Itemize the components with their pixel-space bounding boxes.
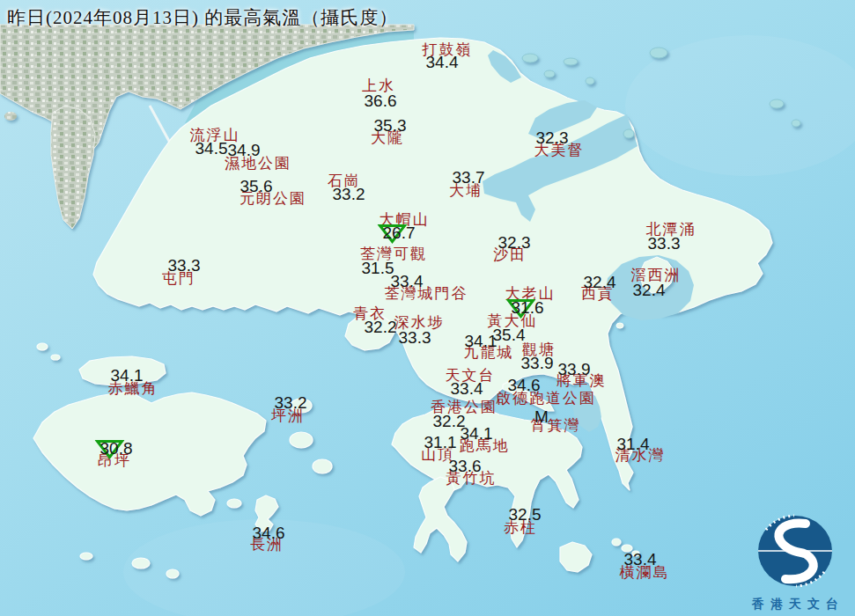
station-value-text: 33.4 [391, 272, 424, 290]
stations-layer: 打鼓嶺 34.4 上水 36.6 大隴 35.3 大美督 [0, 0, 855, 616]
station-value: 35.3 [374, 117, 407, 134]
station-value: 33.6 [449, 458, 482, 474]
station-value: 33.3 [648, 235, 681, 252]
station-value: 33.4 [451, 380, 483, 397]
station-value: 26.7 [383, 224, 416, 241]
station-value-text: 31.1 [424, 433, 457, 451]
station-value-text: 32.2 [365, 318, 397, 336]
station-value: 36.6 [365, 92, 397, 109]
station-value-text: 34.1 [111, 366, 144, 385]
station-value: 33.9 [521, 355, 554, 371]
station-value-text: 33.9 [558, 360, 591, 378]
station-value: 34.1 [111, 367, 144, 384]
station-value: 31.4 [617, 436, 650, 452]
station-value: 33.9 [558, 361, 591, 378]
station-value-text: 32.3 [498, 233, 531, 252]
station-value: 32.3 [536, 129, 569, 146]
station-value: M [534, 408, 549, 425]
hko-logo-name-zh: 香港天文台 [740, 597, 851, 612]
station-value-text: 34.5 [195, 139, 228, 158]
weather-map-page: 昨日(2024年08月13日) 的最高氣溫（攝氏度） 打鼓嶺 34.4 上水 3… [0, 0, 855, 616]
station-value: 33.3 [399, 329, 431, 346]
station-value: 32.4 [584, 274, 616, 290]
station-value: 32.2 [365, 319, 397, 335]
station-value: 33.3 [168, 257, 201, 274]
station-value-text: 34.6 [253, 524, 285, 542]
station-value: 32.5 [509, 506, 542, 523]
station-value-text: 33.6 [449, 457, 482, 475]
station-value: 34.1 [461, 425, 493, 442]
station-value-text: 33.2 [275, 393, 307, 412]
station-value-text: 26.7 [383, 224, 416, 242]
station-value: 30.8 [100, 440, 133, 457]
station-value-text: 34.6 [508, 376, 541, 394]
station-value: 35.6 [240, 178, 273, 194]
station-value-text: 32.4 [584, 273, 616, 291]
station-value-text: 33.9 [521, 354, 554, 372]
station-value: 31.1 [424, 434, 457, 451]
station-value-text: 33.2 [333, 185, 365, 203]
station-value-text: 32.4 [633, 281, 666, 299]
station-value: 31.5 [362, 260, 394, 276]
station-value-text: 36.6 [365, 92, 397, 110]
station-value-text: 34.1 [461, 424, 493, 443]
station-value: 35.4 [493, 326, 526, 343]
station-value-text: 35.3 [374, 116, 407, 135]
station-value-text: 35.6 [240, 177, 273, 195]
station-value: 34.6 [508, 377, 541, 393]
hko-logo: 香港天文台 HONG KONG OBSERVATORY [740, 510, 851, 616]
station-value-text: 33.3 [168, 256, 201, 275]
station-value-text: 33.3 [399, 328, 431, 347]
station-value: 33.2 [275, 394, 307, 411]
station-value: 32.3 [498, 234, 531, 251]
station-value-text: 31.4 [617, 435, 650, 453]
station-value-text: 33.7 [453, 168, 485, 187]
station-value-text: 34.9 [228, 141, 261, 159]
station-value: 33.4 [391, 273, 424, 290]
station-value-text: 34.4 [426, 53, 459, 71]
station-value: 32.4 [633, 282, 666, 298]
station-value: 34.1 [465, 333, 498, 349]
hko-logo-icon [740, 510, 851, 591]
station-value-text: 35.4 [493, 326, 526, 344]
station-value-text: M [534, 407, 549, 426]
station-value-text: 33.4 [624, 550, 657, 568]
station-value-text: 33.4 [451, 379, 483, 398]
station-value-text: 31.5 [362, 259, 394, 277]
station-value: 33.4 [624, 551, 657, 568]
station-value: 34.9 [228, 142, 261, 158]
station-value: 34.5 [195, 140, 228, 157]
station-value: 33.2 [333, 186, 365, 202]
station-value-text: 30.8 [100, 439, 133, 458]
station-value: 33.7 [453, 169, 485, 186]
station-value: 34.6 [253, 524, 285, 541]
station-value-text: 32.5 [509, 505, 542, 524]
station-value-text: 33.3 [648, 234, 681, 253]
station-value-text: 34.1 [465, 332, 498, 350]
station-value-text: 32.3 [536, 128, 569, 147]
station-value: 34.4 [426, 54, 459, 70]
